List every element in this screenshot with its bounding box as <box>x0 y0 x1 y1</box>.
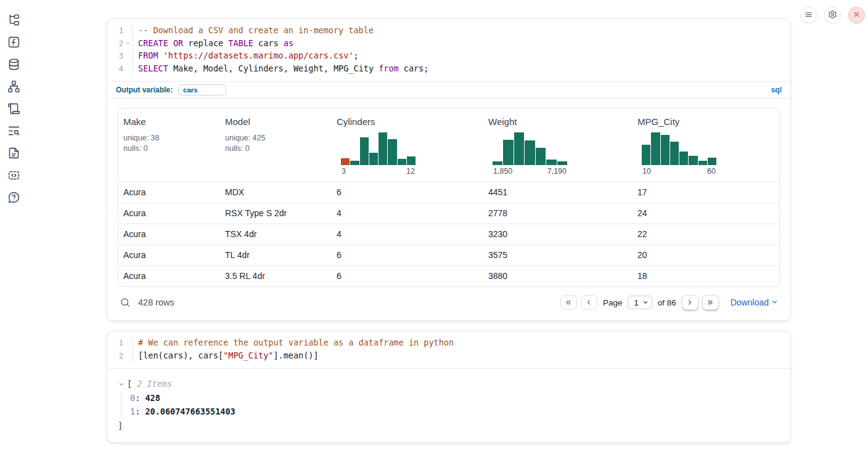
table-cell: Acura <box>118 266 220 286</box>
table-cell: 3.5 RL 4dr <box>220 266 332 286</box>
histogram-bar <box>708 158 716 165</box>
table-row: AcuraTSX 4dr4323022 <box>118 224 779 245</box>
code-text: CREATE OR replace TABLE cars as <box>132 38 790 51</box>
fold-gutter <box>123 63 132 76</box>
sql-output: Makeunique: 38nulls: 0Modelunique: 425nu… <box>107 98 790 320</box>
histogram-bar <box>679 152 688 165</box>
close-icon <box>852 10 861 21</box>
histogram-bar <box>670 142 679 165</box>
code-text: SELECT Make, Model, Cylinders, Weight, M… <box>132 63 790 76</box>
python-cell: 1# We can reference the output variable … <box>107 331 791 443</box>
table-cell: Acura <box>118 182 220 203</box>
code-text: [len(cars), cars["MPG_City"].mean()] <box>132 350 790 363</box>
table-body: AcuraMDX6445117AcuraRSX Type S 2dr427782… <box>118 182 779 286</box>
prev-page-button[interactable] <box>581 295 597 310</box>
table-cell: 4 <box>332 203 483 224</box>
line-number: 1 <box>107 337 123 350</box>
table-cell: 6 <box>332 266 483 286</box>
fold-gutter <box>123 350 132 363</box>
page-select-value: 1 <box>634 298 638 307</box>
table-cell: Acura <box>118 203 220 224</box>
items-count-label: 2 Items <box>137 377 172 391</box>
notebook: 1-- Download a CSV and create an in-memo… <box>107 18 791 443</box>
language-badge: sql <box>771 86 782 94</box>
column-name: Model <box>225 116 327 127</box>
histogram-bar <box>360 137 369 165</box>
column-header-model[interactable]: Modelunique: 425nulls: 0 <box>220 108 332 182</box>
help-icon[interactable] <box>7 191 20 204</box>
histogram-bar <box>341 158 350 165</box>
function-icon[interactable] <box>7 36 20 49</box>
open-bracket: [ <box>127 377 132 391</box>
fold-gutter <box>123 25 132 38</box>
chevron-down-icon[interactable] <box>118 380 125 387</box>
code-text: -- Download a CSV and create an in-memor… <box>132 25 790 38</box>
column-name: Weight <box>488 116 628 127</box>
settings-button[interactable] <box>824 7 841 23</box>
table-cell: TSX 4dr <box>220 224 332 245</box>
sidebar <box>0 0 27 449</box>
histogram-axis-labels: 1060 <box>642 167 716 176</box>
first-page-button[interactable] <box>560 295 577 310</box>
window-controls <box>800 7 865 23</box>
column-name: Make <box>123 116 215 127</box>
column-stats: unique: 425nulls: 0 <box>225 133 327 154</box>
close-bracket-row: ] <box>118 419 780 433</box>
search-icon[interactable] <box>120 297 131 308</box>
fold-chevron-icon[interactable] <box>123 38 132 51</box>
histogram-bar <box>388 139 396 165</box>
database-icon[interactable] <box>7 58 20 71</box>
histogram-bar <box>379 132 387 165</box>
column-header-weight[interactable]: Weight1,8507,190 <box>483 108 633 182</box>
histogram-axis-labels: 312 <box>341 167 416 176</box>
python-code-editor[interactable]: 1# We can reference the output variable … <box>107 331 790 368</box>
last-page-button[interactable] <box>702 295 719 310</box>
next-page-button[interactable] <box>682 295 698 310</box>
tree-items: 0: 4281: 20.060747663551403 <box>121 391 780 419</box>
sql-code-editor[interactable]: 1-- Download a CSV and create an in-memo… <box>107 19 790 81</box>
table-cell: 4 <box>332 224 483 245</box>
histogram-bar <box>536 148 546 165</box>
column-histogram: 1060 <box>642 132 716 176</box>
scratchpad-icon[interactable] <box>7 102 20 115</box>
table-header: Makeunique: 38nulls: 0Modelunique: 425nu… <box>118 108 779 182</box>
fold-gutter <box>123 337 132 350</box>
download-label: Download <box>731 297 769 307</box>
table-cell: 4451 <box>483 182 633 203</box>
table-row: AcuraRSX Type S 2dr4277824 <box>118 203 779 224</box>
histogram-bar <box>689 156 697 165</box>
line-number: 2 <box>107 350 123 363</box>
page-select[interactable]: 1 <box>628 296 652 309</box>
histogram-bar <box>398 159 406 165</box>
histogram-bar <box>661 135 669 165</box>
menu-button[interactable] <box>800 7 817 23</box>
dependency-graph-icon[interactable] <box>7 80 20 93</box>
code-line: 1-- Download a CSV and create an in-memo… <box>107 25 790 38</box>
close-button[interactable] <box>848 7 865 23</box>
python-output: [ 2 Items 0: 4281: 20.060747663551403 ] <box>107 368 790 442</box>
code-line: 2CREATE OR replace TABLE cars as <box>107 38 790 51</box>
logs-icon[interactable] <box>7 124 20 137</box>
chevron-down-icon <box>642 298 649 307</box>
histogram-axis-labels: 1,8507,190 <box>493 167 567 176</box>
tree-item: 1: 20.060747663551403 <box>130 405 780 419</box>
table-row: AcuraMDX6445117 <box>118 182 779 203</box>
column-header-make[interactable]: Makeunique: 38nulls: 0 <box>118 108 220 182</box>
file-tree-icon[interactable] <box>7 14 20 26</box>
table-cell: 2778 <box>483 203 633 224</box>
column-header-cylinders[interactable]: Cylinders312 <box>332 108 483 182</box>
documentation-icon[interactable] <box>7 147 20 160</box>
table-footer: 428 rows Page 1 of 86 Download <box>118 287 780 312</box>
code-text: # We can reference the output variable a… <box>132 337 790 350</box>
output-variable-input[interactable] <box>178 84 226 95</box>
table-cell: Acura <box>118 245 220 265</box>
fold-gutter <box>123 50 132 63</box>
histogram-bar <box>525 140 534 165</box>
histogram-bar <box>350 161 359 165</box>
page-count: of 86 <box>658 298 676 307</box>
snippets-icon[interactable] <box>7 169 20 182</box>
column-header-mpg_city[interactable]: MPG_City1060 <box>633 108 779 182</box>
data-table: Makeunique: 38nulls: 0Modelunique: 425nu… <box>118 108 780 287</box>
download-button[interactable]: Download <box>731 297 778 307</box>
table-row: AcuraTL 4dr6357520 <box>118 245 779 265</box>
